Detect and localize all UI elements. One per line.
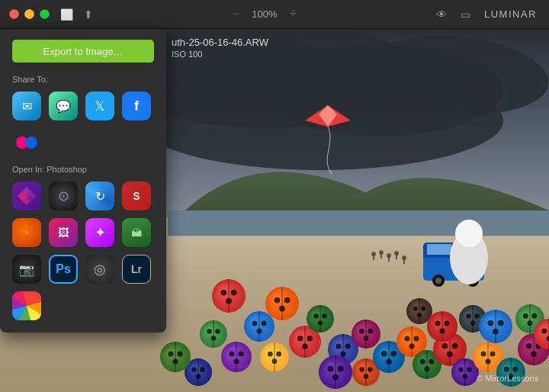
titlebar: ⬜ ⬆ − 100% + 👁 ▭ LUMINAR [0, 0, 549, 29]
collage-icon: 🖼 [58, 227, 69, 239]
toolbar-center: − 100% + [93, 6, 436, 22]
app-title: LUMINAR [484, 8, 537, 20]
zoom-level: 100% [252, 8, 277, 20]
extra-share-row [12, 128, 154, 157]
kaleidoscope-icon [18, 187, 36, 205]
screenium-icon: ⊙ [58, 188, 69, 204]
mirror-icon: ↻ [95, 189, 105, 204]
folder-icon[interactable]: ⬜ [60, 8, 73, 21]
twitter-icon: 𝕏 [95, 98, 105, 114]
lightroom-icon: Lr [131, 263, 142, 275]
minus-icon[interactable]: − [232, 6, 240, 22]
sketchbook-icon: S [133, 190, 140, 202]
mail-icon: ✉ [22, 99, 32, 114]
app-orange-button[interactable]: ✦ [12, 218, 41, 247]
close-button[interactable] [9, 9, 19, 19]
screenium-app-button[interactable]: ⊙ [49, 182, 78, 210]
layout-icon[interactable]: ▭ [461, 8, 470, 21]
minimize-button[interactable] [24, 9, 34, 19]
kaleidoscope-app-button[interactable] [12, 182, 41, 210]
share-icons-row: ✉ 💬 𝕏 f [12, 92, 154, 120]
maximize-button[interactable] [40, 9, 50, 19]
photoshop-icon: Ps [56, 262, 71, 276]
export-to-image-button[interactable]: Export to Image… [12, 40, 154, 63]
aperture-app-button[interactable]: ◎ [85, 255, 114, 284]
facebook-share-button[interactable]: f [122, 92, 151, 120]
upload-icon[interactable]: ⬆ [84, 8, 93, 21]
app-star-button[interactable]: ✦ [85, 218, 114, 247]
camera-dark-icon: 📷 [19, 262, 34, 277]
landscape-icon: 🏔 [131, 227, 142, 239]
photo-meta: ISO 100 [172, 50, 268, 59]
share-to-label: Share To: [12, 75, 154, 84]
flickr-dot-blue [25, 137, 37, 149]
mirror-magnet-app-button[interactable]: ↻ [85, 182, 114, 210]
aperture-icon: ◎ [94, 261, 106, 278]
app-collage-button[interactable]: 🖼 [49, 218, 78, 247]
twitter-share-button[interactable]: 𝕏 [85, 92, 114, 120]
export-button-label: Export to Image… [43, 46, 124, 57]
mail-share-button[interactable]: ✉ [12, 92, 41, 120]
messages-share-button[interactable]: 💬 [49, 92, 78, 120]
watermark: © MirrorLessons [477, 374, 538, 383]
photo-filename: uth-25-06-16-46.ARW [172, 37, 268, 48]
photo-info: uth-25-06-16-46.ARW ISO 100 [172, 37, 268, 59]
lightroom-app-button[interactable]: Lr [122, 255, 151, 284]
export-dropdown: Export to Image… Share To: ✉ 💬 𝕏 f Open … [0, 29, 166, 333]
facebook-icon: f [134, 98, 139, 114]
toolbar-right: 👁 ▭ LUMINAR [436, 8, 549, 21]
toolbar-left-icons: ⬜ ⬆ [60, 8, 93, 21]
flickr-share-button[interactable] [12, 128, 41, 157]
star-icon: ✦ [95, 224, 106, 241]
camera-dark-app-button[interactable]: 📷 [12, 255, 41, 284]
plus-icon[interactable]: + [290, 6, 298, 22]
window-controls [0, 9, 50, 19]
app-landscape-button[interactable]: 🏔 [122, 218, 151, 247]
open-in-label: Open In: Photoshop [12, 165, 154, 174]
main-area: uth-25-06-16-46.ARW ISO 100 © MirrorLess… [0, 29, 549, 392]
photoshop-app-button[interactable]: Ps [49, 255, 78, 284]
eye-icon[interactable]: 👁 [436, 8, 447, 21]
app-orange-icon: ✦ [23, 227, 30, 238]
apps-grid: ⊙ ↻ S ✦ 🖼 ✦ 🏔 📷 [12, 182, 154, 320]
messages-icon: 💬 [56, 99, 71, 114]
photos-app-button[interactable] [12, 291, 41, 320]
sketchbook-app-button[interactable]: S [122, 182, 151, 210]
